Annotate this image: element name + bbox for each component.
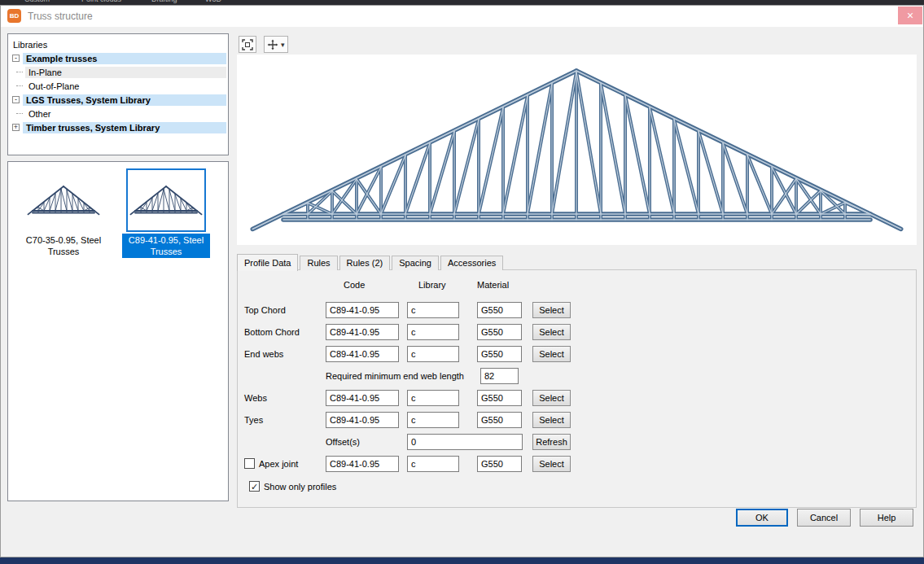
truss-drawing <box>237 55 917 245</box>
row-label: Top Chord <box>244 302 286 318</box>
thumbnail-c70-35[interactable]: C70-35-0.95, Steel Trusses <box>16 168 111 258</box>
column-header-library: Library <box>418 280 446 291</box>
mini-truss-drawing <box>26 181 101 219</box>
row-show-only-profiles: ✓ Show only profiles <box>238 479 916 495</box>
code-input[interactable] <box>326 324 399 340</box>
row-label: Webs <box>244 390 267 406</box>
code-input[interactable] <box>326 412 399 428</box>
code-input[interactable] <box>326 456 399 472</box>
tree-item-out-of-plane[interactable]: Out-of-Plane <box>10 79 226 93</box>
apex-joint-label: Apex joint <box>259 456 298 472</box>
select-button[interactable]: Select <box>532 390 571 406</box>
tree-header-row: Libraries <box>10 37 226 51</box>
row-label: End webs <box>244 346 283 362</box>
material-input[interactable] <box>477 324 522 340</box>
tab-strip: Profile Data Rules Rules (2) Spacing Acc… <box>237 254 505 270</box>
background-menu-fragment: Custom <box>24 0 50 3</box>
thumbnail-image <box>126 168 206 232</box>
min-end-web-input[interactable] <box>480 368 519 384</box>
select-button[interactable]: Select <box>532 456 571 472</box>
fit-view-icon <box>242 39 253 50</box>
row-bottom-chord: Bottom Chord Select <box>238 324 916 340</box>
collapse-icon[interactable]: - <box>12 55 20 62</box>
select-button[interactable]: Select <box>532 324 571 340</box>
cancel-button[interactable]: Cancel <box>797 509 851 527</box>
tab-rules[interactable]: Rules <box>300 256 337 270</box>
tab-accessories[interactable]: Accessories <box>440 256 503 270</box>
thumbnail-label-selected: C89-41-0.95, Steel Trusses <box>122 234 210 258</box>
thumbnail-image <box>24 168 103 232</box>
truss-structure-dialog: BD Truss structure × Libraries - Example… <box>0 5 924 557</box>
tab-rules-2[interactable]: Rules (2) <box>339 256 391 270</box>
select-button[interactable]: Select <box>532 346 571 362</box>
tree-branch-line <box>16 72 23 72</box>
tab-profile-data[interactable]: Profile Data <box>237 254 298 271</box>
window-title: Truss structure <box>28 11 93 22</box>
profile-data-page: Code Library Material Top Chord Select B… <box>237 269 917 508</box>
row-offset: Offset(s) Refresh <box>238 434 916 450</box>
material-input[interactable] <box>477 346 522 362</box>
min-end-web-label: Required minimum end web length <box>326 368 464 384</box>
pan-arrows-icon <box>267 39 278 50</box>
library-input[interactable] <box>407 346 459 362</box>
material-input[interactable] <box>477 456 522 472</box>
row-label: Tyes <box>244 412 263 428</box>
mini-truss-drawing <box>129 181 204 219</box>
preview-toolbar: ▾ <box>239 36 288 54</box>
tab-spacing[interactable]: Spacing <box>392 256 439 270</box>
row-apex-joint: Apex joint Select <box>238 456 916 472</box>
offset-input[interactable] <box>407 434 523 450</box>
refresh-button[interactable]: Refresh <box>532 434 571 450</box>
truss-3d-preview[interactable] <box>237 55 917 245</box>
taskbar-strip <box>0 557 924 564</box>
library-input[interactable] <box>407 390 459 406</box>
apex-joint-checkbox[interactable] <box>244 458 255 469</box>
libraries-tree: Libraries - Example trusses In-Plane Out… <box>7 33 229 155</box>
pan-view-button[interactable]: ▾ <box>264 36 288 53</box>
tree-item-timber-trusses[interactable]: + Timber trusses, System Library <box>10 120 226 134</box>
row-min-end-web-length: Required minimum end web length <box>238 368 916 384</box>
truss-thumbnail-list: C70-35-0.95, Steel Trusses C89-41-0.95, … <box>7 161 229 501</box>
dropdown-caret-icon[interactable]: ▾ <box>281 41 285 49</box>
tree-item-other[interactable]: Other <box>10 107 226 120</box>
offset-label: Offset(s) <box>326 434 360 450</box>
tree-header: Libraries <box>10 39 50 50</box>
background-menu-fragment: Point clouds <box>81 0 121 3</box>
material-input[interactable] <box>477 412 522 428</box>
thumbnail-c89-41[interactable]: C89-41-0.95, Steel Trusses <box>119 168 213 258</box>
background-app-strip: Custom Point clouds Drafting W3D <box>0 0 924 5</box>
material-input[interactable] <box>477 302 522 318</box>
help-button[interactable]: Help <box>860 509 913 527</box>
close-button[interactable]: × <box>898 7 922 24</box>
code-input[interactable] <box>326 302 399 318</box>
material-input[interactable] <box>477 390 522 406</box>
library-input[interactable] <box>407 412 459 428</box>
select-button[interactable]: Select <box>532 302 571 318</box>
thumbnail-label: C70-35-0.95, Steel Trusses <box>20 234 107 258</box>
row-top-chord: Top Chord Select <box>238 302 916 318</box>
select-button[interactable]: Select <box>532 412 571 428</box>
library-input[interactable] <box>407 324 459 340</box>
app-icon: BD <box>7 9 21 23</box>
row-tyes: Tyes Select <box>238 412 916 428</box>
library-input[interactable] <box>407 302 459 318</box>
row-webs: Webs Select <box>238 390 916 406</box>
tree-item-lgs-trusses[interactable]: - LGS Trusses, System Library <box>10 93 226 107</box>
ok-button[interactable]: OK <box>736 509 788 527</box>
column-header-material: Material <box>477 280 509 291</box>
tree-item-in-plane[interactable]: In-Plane <box>10 65 226 79</box>
code-input[interactable] <box>326 390 399 406</box>
show-only-profiles-label: Show only profiles <box>264 479 336 495</box>
titlebar[interactable]: BD Truss structure × <box>1 6 923 27</box>
column-header-code: Code <box>344 280 365 291</box>
background-menu-fragment: Drafting <box>151 0 177 3</box>
row-label: Bottom Chord <box>244 324 300 340</box>
fit-view-button[interactable] <box>239 36 256 53</box>
library-input[interactable] <box>407 456 459 472</box>
show-only-profiles-checkbox[interactable]: ✓ <box>249 481 260 492</box>
code-input[interactable] <box>326 346 399 362</box>
tree-branch-line <box>16 85 23 86</box>
collapse-icon[interactable]: - <box>12 96 20 103</box>
tree-item-example-trusses[interactable]: - Example trusses <box>10 51 226 65</box>
expand-icon[interactable]: + <box>12 124 20 131</box>
